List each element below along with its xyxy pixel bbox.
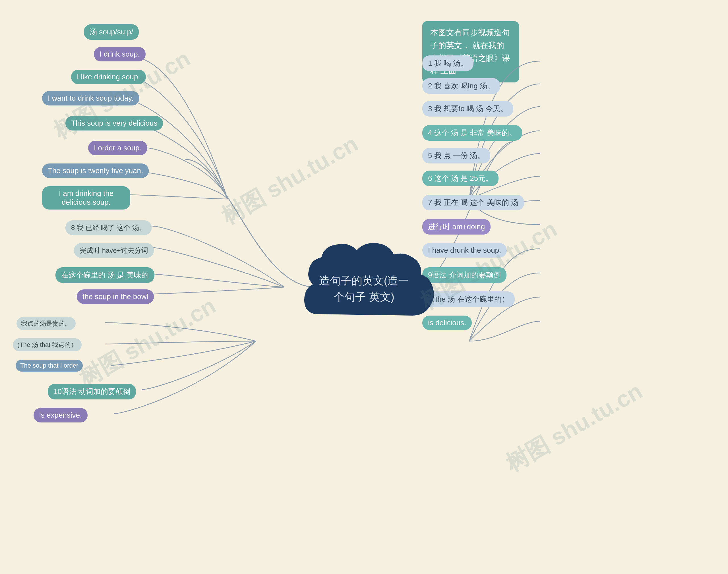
node-l8: I am drinking the delicious soup. — [42, 186, 130, 209]
watermark-5: 树图 shu.tu.cn — [500, 376, 648, 479]
node-l11: 在这个碗里的 汤 是 美味的 — [55, 267, 154, 283]
node-r8: 进行时 am+doing — [422, 219, 491, 235]
node-r1: 1 我 喝 汤。 — [422, 55, 474, 71]
center-cloud: 造句子的英文(造一个句子 英文) — [290, 235, 438, 340]
node-l12: the soup in the bowl — [77, 289, 154, 304]
node-l17: is expensive. — [34, 408, 88, 422]
node-l5: This soup is very delicious — [66, 116, 163, 130]
node-l16: 10语法 动词加的要颠倒 — [48, 384, 136, 400]
node-r3: 3 我 想要to 喝 汤 今天。 — [422, 101, 513, 117]
node-r5: 5 我 点 一份 汤。 — [422, 148, 490, 163]
watermark-2: 树图 shu.tu.cn — [216, 129, 364, 232]
node-r4: 4 这个 汤 是 非常 美味的。 — [422, 125, 522, 141]
node-l2: I drink soup. — [94, 47, 146, 62]
node-l6: I order a soup. — [88, 141, 147, 155]
node-r7: 7 我 正在 喝 这个 美味的 汤 — [422, 195, 524, 210]
node-r2: 2 我 喜欢 喝ing 汤。 — [422, 78, 500, 94]
node-l4: I want to drink soup today. — [42, 91, 139, 106]
node-l9: 8 我 已经 喝了 这个 汤。 — [66, 220, 152, 235]
node-l14: (The 汤 that 我点的） — [13, 338, 82, 352]
node-l1: 汤 soup/su:p/ — [84, 24, 139, 40]
center-label: 造句子的英文(造一个句子 英文) — [319, 272, 409, 305]
node-l3: I like drinking soup. — [71, 70, 146, 84]
node-r6: 6 这个 汤 是 25元。 — [422, 171, 498, 186]
node-r-info: 本图文有同步视频造句子的英文， 就在我的专栏里《英语之眼》课程 里面 — [422, 21, 519, 82]
node-l13: 我点的汤是贵的。 — [16, 317, 76, 330]
node-l10: 完成时 have+过去分词 — [74, 243, 154, 258]
node-l15: The soup that I order — [16, 360, 83, 372]
node-l7: The soup is twenty five yuan. — [42, 163, 149, 178]
watermark-3: 树图 shu.tu.cn — [74, 291, 221, 394]
